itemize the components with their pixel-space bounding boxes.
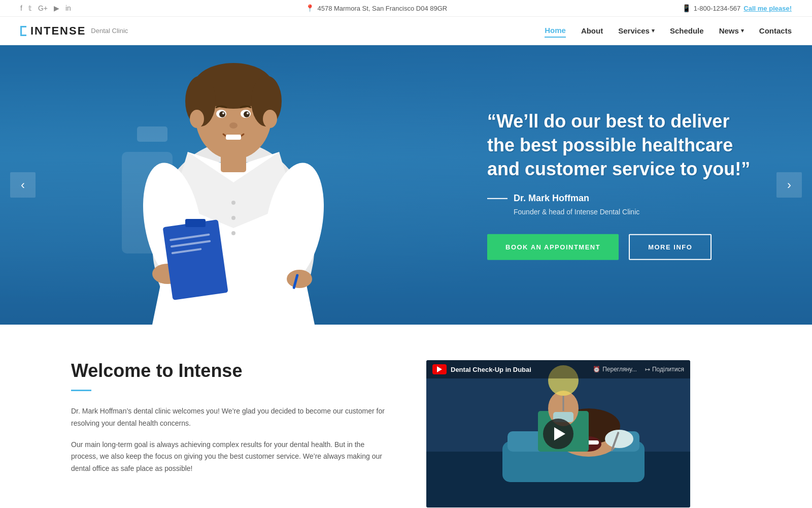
video-logo-area: Dental Check-Up in Dubai [432, 364, 531, 374]
youtube-icon[interactable]: ▶ [54, 4, 59, 12]
svg-point-22 [247, 112, 249, 114]
svg-point-33 [287, 270, 312, 288]
call-link[interactable]: Call me please! [743, 5, 792, 12]
svg-rect-28 [163, 219, 228, 300]
address-block: 📍 4578 Marmora St, San Francisco D04 89G… [306, 4, 447, 12]
nav-home[interactable]: Home [545, 24, 566, 38]
slider-next-button[interactable]: › [776, 172, 802, 198]
facebook-icon[interactable]: f [20, 4, 22, 12]
video-play-button[interactable] [543, 419, 573, 449]
svg-rect-29 [185, 219, 206, 227]
welcome-paragraph-2: Our main long-term goal is always achiev… [71, 439, 386, 475]
social-links[interactable]: f 𝕥 G+ ▶ in [20, 4, 71, 12]
author-line [487, 198, 507, 199]
svg-point-25 [190, 110, 204, 128]
video-watch-later[interactable]: ⏰ Перегляну... [593, 366, 637, 373]
welcome-paragraph-1: Dr. Mark Hoffman’s dental clinic welcome… [71, 405, 386, 430]
logo-text-main: INTENSE [30, 24, 86, 38]
header: INTENSE Dental Clinic Home About Service… [0, 17, 812, 45]
hero-doctor-image [122, 50, 345, 325]
main-nav: Home About Services Schedule News Contac… [545, 24, 792, 38]
youtube-logo-icon [432, 364, 447, 374]
logo[interactable]: INTENSE Dental Clinic [20, 24, 128, 38]
welcome-text-block: Welcome to Intense Dr. Mark Hoffman’s de… [71, 360, 386, 484]
nav-services[interactable]: Services [618, 24, 655, 37]
svg-point-9 [231, 231, 235, 235]
svg-point-8 [231, 216, 235, 220]
address-text: 4578 Marmora St, San Francisco D04 89GR [317, 5, 447, 12]
clock-icon: ⏰ [593, 366, 600, 373]
phone-number: 1-800-1234-567 [694, 5, 741, 12]
svg-point-21 [222, 112, 224, 114]
video-title: Dental Check-Up in Dubai [451, 366, 531, 373]
video-thumbnail: Dental Check-Up in Dubai ⏰ Перегляну... … [426, 360, 690, 507]
video-container[interactable]: Dental Check-Up in Dubai ⏰ Перегляну... … [426, 360, 690, 507]
topbar: f 𝕥 G+ ▶ in 📍 4578 Marmora St, San Franc… [0, 0, 812, 17]
video-actions[interactable]: ⏰ Перегляну... ↦ Поділитися [593, 366, 684, 373]
svg-point-7 [231, 201, 235, 205]
phone-block: 📱 1-800-1234-567 Call me please! [682, 4, 792, 12]
svg-point-20 [244, 111, 250, 117]
author-name: Dr. Mark Hoffman [514, 193, 589, 204]
nav-schedule[interactable]: Schedule [670, 24, 704, 37]
googleplus-icon[interactable]: G+ [38, 4, 48, 12]
video-top-bar: Dental Check-Up in Dubai ⏰ Перегляну... … [426, 360, 690, 378]
arrow-right-icon: › [787, 178, 791, 192]
hero-content: “We’ll do our best to deliver the best p… [487, 110, 751, 260]
logo-text-sub: Dental Clinic [91, 27, 128, 35]
hero-section: ‹ › “We’ll do our best to deliver the be… [0, 45, 812, 325]
hero-quote: “We’ll do our best to deliver the best p… [487, 110, 751, 181]
welcome-video-block: Dental Check-Up in Dubai ⏰ Перегляну... … [426, 360, 741, 507]
slider-prev-button[interactable]: ‹ [10, 172, 36, 198]
svg-point-26 [263, 110, 277, 128]
arrow-left-icon: ‹ [21, 178, 25, 192]
logo-bracket [20, 26, 26, 36]
nav-about[interactable]: About [581, 24, 603, 37]
twitter-icon[interactable]: 𝕥 [28, 4, 32, 12]
book-appointment-button[interactable]: BOOK AN APPOINTMENT [487, 234, 619, 260]
author-title: Founder & head of Intense Dental Clinic [514, 208, 751, 216]
nav-contacts[interactable]: Contacts [759, 24, 792, 37]
location-icon: 📍 [306, 4, 314, 12]
hero-author: Dr. Mark Hoffman [487, 193, 751, 204]
linkedin-icon[interactable]: in [65, 4, 71, 12]
svg-point-23 [229, 122, 238, 129]
hero-buttons: BOOK AN APPOINTMENT MORE INFO [487, 234, 751, 260]
welcome-section: Welcome to Intense Dr. Mark Hoffman’s de… [51, 325, 761, 508]
nav-news[interactable]: News [719, 24, 744, 37]
more-info-button[interactable]: MORE INFO [629, 234, 712, 260]
welcome-title: Welcome to Intense [71, 360, 386, 382]
phone-icon: 📱 [682, 4, 691, 12]
svg-rect-24 [226, 135, 241, 140]
video-share[interactable]: ↦ Поділитися [645, 366, 684, 373]
svg-rect-1 [137, 126, 167, 142]
welcome-divider [71, 390, 91, 391]
svg-point-19 [219, 111, 225, 117]
share-icon: ↦ [645, 366, 650, 373]
